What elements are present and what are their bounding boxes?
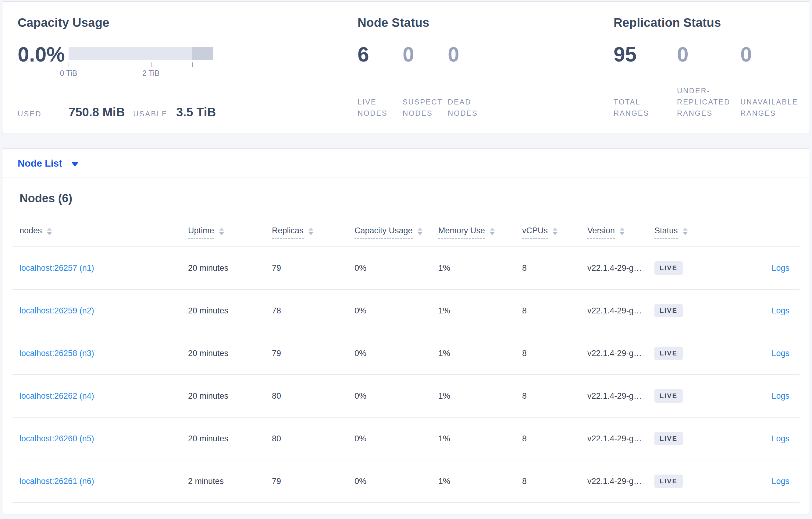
usable-value: 3.5 TiB	[176, 105, 216, 119]
cluster-overview-page: Capacity Usage 0.0%	[0, 1, 812, 514]
version-cell: v22.1.4-29-g…	[587, 349, 655, 358]
axis-tick-label: 0 TiB	[60, 69, 78, 78]
used-label: USED	[18, 110, 68, 118]
stat-item: 0 DEAD NODES	[448, 43, 493, 119]
sort-down-triangle-icon	[490, 232, 495, 235]
stat-item: 0 UNAVAILABLE RANGES	[741, 43, 804, 119]
status-badge: LIVE	[655, 346, 683, 360]
column-header-label: Replicas	[272, 226, 303, 239]
status-badge: LIVE	[655, 261, 683, 275]
node-link[interactable]: localhost:26260 (n5)	[20, 434, 94, 443]
vcpus-cell: 8	[522, 434, 587, 444]
column-header[interactable]: Memory Use	[438, 226, 522, 239]
sort-icon	[309, 227, 313, 235]
node-table-row: localhost:26260 (n5) 20 minutes 80 0% 1%…	[12, 418, 800, 460]
stat-label: TOTAL RANGES	[614, 96, 667, 119]
column-header[interactable]: Replicas	[272, 226, 354, 239]
vcpus-cell: 8	[522, 264, 587, 273]
stat-value: 0	[448, 43, 493, 66]
axis-tick	[192, 62, 193, 67]
vcpus-cell: 8	[522, 391, 587, 401]
nodes-table-section: Nodes (6) nodes Uptime	[2, 191, 810, 503]
stat-value: 0	[741, 43, 804, 66]
capacity-usage-cell: 0%	[354, 306, 438, 315]
axis-tick	[68, 62, 69, 67]
sort-up-triangle-icon	[490, 227, 495, 231]
version-cell: v22.1.4-29-g…	[587, 264, 655, 273]
memory-use-cell: 1%	[438, 349, 522, 358]
logs-link[interactable]: Logs	[772, 391, 789, 400]
divider	[2, 178, 810, 178]
stat-label: UNDER-REPLICATED RANGES	[677, 85, 730, 119]
sort-icon	[417, 227, 423, 235]
replicas-cell: 79	[272, 264, 354, 273]
replicas-cell: 78	[272, 306, 354, 315]
capacity-axis-ticks	[68, 62, 213, 67]
axis-tick-label: 2 TiB	[142, 69, 160, 78]
sort-icon	[683, 227, 688, 235]
node-list-card: Node List Nodes (6) nodes	[2, 148, 810, 514]
node-list-dropdown[interactable]: Node List	[2, 149, 810, 178]
sort-up-triangle-icon	[620, 227, 625, 231]
vcpus-cell: 8	[522, 349, 587, 358]
memory-use-cell: 1%	[438, 306, 522, 315]
node-link[interactable]: localhost:26257 (n1)	[20, 264, 94, 273]
sort-icon	[219, 227, 224, 235]
column-header[interactable]: Status	[655, 226, 732, 239]
nodes-table-title: Nodes (6)	[20, 191, 800, 205]
status-badge: LIVE	[655, 432, 683, 445]
logs-link[interactable]: Logs	[772, 349, 789, 358]
column-header[interactable]: vCPUs	[522, 226, 587, 239]
replication-status-stats: 95 TOTAL RANGES 0 UNDER-REPLICATED RANGE…	[614, 43, 804, 119]
uptime-cell: 20 minutes	[188, 434, 272, 444]
node-link[interactable]: localhost:26259 (n2)	[20, 306, 94, 315]
stat-label: UNAVAILABLE RANGES	[741, 96, 794, 119]
stat-label: LIVE NODES	[357, 96, 403, 119]
stat-item: 0 UNDER-REPLICATED RANGES	[677, 43, 741, 119]
column-header-label: vCPUs	[522, 226, 548, 239]
capacity-usage-section: Capacity Usage 0.0%	[18, 15, 357, 119]
logs-link[interactable]: Logs	[772, 306, 789, 315]
node-link[interactable]: localhost:26261 (n6)	[20, 477, 94, 486]
version-cell: v22.1.4-29-g…	[587, 306, 655, 315]
capacity-bar-reserved-segment	[192, 47, 213, 60]
stat-value: 0	[677, 43, 741, 66]
column-header[interactable]: nodes	[20, 226, 188, 239]
node-table-row: localhost:26257 (n1) 20 minutes 79 0% 1%…	[12, 247, 800, 289]
sort-icon	[490, 227, 495, 235]
uptime-cell: 2 minutes	[188, 477, 272, 486]
node-table-row: localhost:26259 (n2) 20 minutes 78 0% 1%…	[12, 289, 800, 332]
sort-down-triangle-icon	[553, 232, 557, 235]
replicas-cell: 80	[272, 391, 354, 401]
node-table-row: localhost:26262 (n4) 20 minutes 80 0% 1%…	[12, 375, 800, 418]
stat-label: DEAD NODES	[448, 96, 493, 119]
column-header[interactable]: Version	[587, 226, 655, 239]
sort-up-triangle-icon	[47, 227, 52, 231]
capacity-usage-cell: 0%	[354, 391, 438, 401]
sort-down-triangle-icon	[620, 232, 625, 235]
usable-label: USABLE	[133, 110, 176, 118]
memory-use-cell: 1%	[438, 477, 522, 486]
replicas-cell: 80	[272, 434, 354, 444]
node-link[interactable]: localhost:26258 (n3)	[20, 349, 94, 358]
column-header[interactable]: Uptime	[188, 226, 272, 239]
stat-label: SUSPECT NODES	[403, 96, 448, 119]
stat-value: 0	[403, 43, 448, 66]
sort-up-triangle-icon	[553, 227, 557, 231]
sort-down-triangle-icon	[47, 232, 52, 235]
column-header-label: Capacity Usage	[354, 226, 413, 239]
column-header[interactable]: Capacity Usage	[354, 226, 438, 239]
logs-link[interactable]: Logs	[772, 477, 789, 486]
stat-item: 6 LIVE NODES	[357, 43, 403, 119]
sort-down-triangle-icon	[219, 232, 224, 235]
sort-down-triangle-icon	[683, 232, 688, 235]
replication-status-title: Replication Status	[614, 15, 804, 30]
sort-down-triangle-icon	[417, 232, 423, 235]
used-value: 750.8 MiB	[68, 105, 133, 119]
uptime-cell: 20 minutes	[188, 306, 272, 315]
logs-link[interactable]: Logs	[772, 434, 789, 443]
vcpus-cell: 8	[522, 477, 587, 486]
node-link[interactable]: localhost:26262 (n4)	[20, 391, 94, 400]
logs-link[interactable]: Logs	[772, 264, 789, 273]
stat-value: 6	[357, 43, 403, 66]
